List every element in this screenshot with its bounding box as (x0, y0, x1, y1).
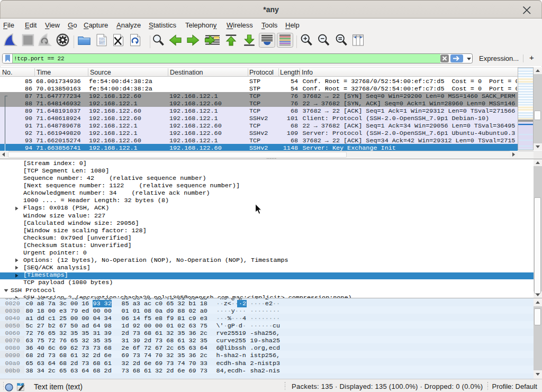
svg-text:0011: 0011 (99, 42, 105, 45)
